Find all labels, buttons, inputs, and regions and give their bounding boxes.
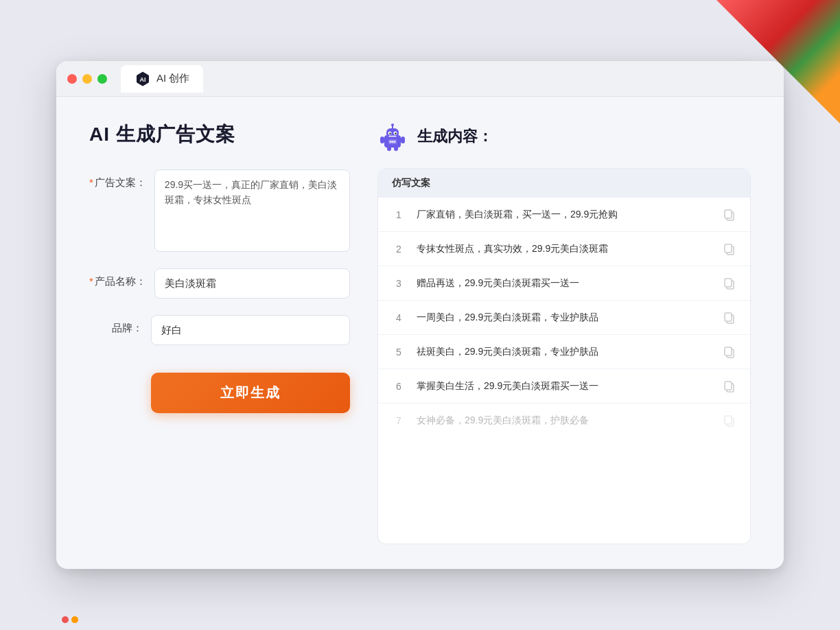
row-number: 6 bbox=[392, 381, 406, 392]
row-text: 祛斑美白，29.9元美白淡斑霜，专业护肤品 bbox=[417, 345, 712, 359]
table-row: 7 女神必备，29.9元美白淡斑霜，护肤必备 bbox=[378, 404, 750, 437]
copy-icon[interactable] bbox=[723, 311, 736, 325]
minimize-button[interactable] bbox=[82, 74, 92, 84]
brand-group: 品牌： bbox=[89, 315, 350, 345]
deco-dot-red bbox=[62, 616, 69, 623]
result-table: 仿写文案 1 厂家直销，美白淡斑霜，买一送一，29.9元抢购 2 专抹女性斑点，… bbox=[377, 168, 751, 544]
svg-rect-23 bbox=[725, 279, 732, 287]
svg-point-17 bbox=[394, 141, 396, 143]
result-header: 生成内容： bbox=[377, 121, 751, 152]
page-title: AI 生成广告文案 bbox=[89, 121, 350, 148]
svg-rect-21 bbox=[725, 244, 732, 253]
row-text: 一周美白，29.9元美白淡斑霜，专业护肤品 bbox=[417, 310, 712, 325]
copy-icon[interactable] bbox=[723, 242, 736, 256]
row-number: 7 bbox=[392, 415, 406, 426]
product-name-input[interactable] bbox=[154, 268, 350, 299]
robot-icon bbox=[377, 121, 408, 152]
maximize-button[interactable] bbox=[97, 74, 107, 84]
ad-copy-required: * bbox=[89, 176, 93, 188]
product-name-label: *产品名称： bbox=[89, 268, 154, 288]
ad-copy-label: *广告文案： bbox=[89, 170, 154, 189]
copy-icon[interactable] bbox=[723, 277, 736, 290]
title-bar: AI AI 创作 bbox=[56, 61, 784, 97]
svg-text:AI: AI bbox=[140, 76, 146, 83]
row-number: 3 bbox=[392, 278, 406, 289]
row-number: 1 bbox=[392, 209, 406, 220]
row-text: 掌握美白生活，29.9元美白淡斑霜买一送一 bbox=[417, 379, 712, 393]
table-row: 5 祛斑美白，29.9元美白淡斑霜，专业护肤品 bbox=[378, 335, 750, 369]
result-title: 生成内容： bbox=[417, 126, 493, 147]
svg-rect-25 bbox=[725, 313, 732, 321]
svg-rect-10 bbox=[380, 137, 384, 143]
svg-rect-19 bbox=[725, 210, 732, 218]
table-row: 2 专抹女性斑点，真实功效，29.9元美白淡斑霜 bbox=[378, 232, 750, 266]
table-row: 6 掌握美白生活，29.9元美白淡斑霜买一送一 bbox=[378, 369, 750, 404]
copy-icon[interactable] bbox=[723, 345, 736, 359]
svg-point-16 bbox=[392, 141, 394, 143]
deco-dot-orange bbox=[71, 616, 78, 623]
brand-label: 品牌： bbox=[89, 315, 151, 335]
ai-tab-icon: AI bbox=[135, 71, 151, 87]
brand-input[interactable] bbox=[151, 315, 350, 345]
row-text: 厂家直销，美白淡斑霜，买一送一，29.9元抢购 bbox=[417, 207, 712, 222]
row-text: 女神必备，29.9元美白淡斑霜，护肤必备 bbox=[417, 413, 712, 428]
svg-rect-13 bbox=[394, 146, 398, 151]
svg-point-15 bbox=[390, 141, 392, 143]
table-row: 4 一周美白，29.9元美白淡斑霜，专业护肤品 bbox=[378, 301, 750, 335]
row-text: 专抹女性斑点，真实功效，29.9元美白淡斑霜 bbox=[417, 242, 712, 256]
row-number: 5 bbox=[392, 347, 406, 358]
svg-rect-27 bbox=[725, 347, 732, 355]
bg-decoration-bottom-left bbox=[62, 616, 78, 623]
window-controls bbox=[67, 74, 107, 84]
product-name-required: * bbox=[89, 275, 93, 287]
table-row: 1 厂家直销，美白淡斑霜，买一送一，29.9元抢购 bbox=[378, 198, 750, 232]
close-button[interactable] bbox=[67, 74, 77, 84]
table-header: 仿写文案 bbox=[378, 169, 750, 198]
svg-rect-31 bbox=[725, 416, 732, 424]
row-number: 4 bbox=[392, 312, 406, 323]
product-name-group: *产品名称： bbox=[89, 268, 350, 299]
copy-icon[interactable] bbox=[723, 414, 736, 428]
ad-copy-group: *广告文案： 29.9买一送一，真正的厂家直销，美白淡斑霜，专抹女性斑点 bbox=[89, 170, 350, 252]
table-row: 3 赠品再送，29.9元美白淡斑霜买一送一 bbox=[378, 266, 750, 301]
svg-rect-11 bbox=[401, 137, 405, 143]
tab-label: AI 创作 bbox=[156, 72, 189, 85]
svg-point-8 bbox=[391, 124, 394, 126]
main-content: AI 生成广告文案 *广告文案： 29.9买一送一，真正的厂家直销，美白淡斑霜，… bbox=[56, 97, 784, 569]
table-rows-container: 1 厂家直销，美白淡斑霜，买一送一，29.9元抢购 2 专抹女性斑点，真实功效，… bbox=[378, 198, 750, 437]
tab-ai-creation[interactable]: AI AI 创作 bbox=[121, 65, 203, 93]
ad-copy-input[interactable]: 29.9买一送一，真正的厂家直销，美白淡斑霜，专抹女性斑点 bbox=[154, 170, 350, 252]
svg-rect-12 bbox=[387, 146, 391, 151]
submit-button[interactable]: 立即生成 bbox=[151, 373, 350, 413]
row-number: 2 bbox=[392, 244, 406, 255]
browser-window: AI AI 创作 AI 生成广告文案 *广告文案： 29.9买一送一，真正的厂家… bbox=[56, 61, 784, 569]
svg-point-5 bbox=[389, 132, 390, 134]
copy-icon[interactable] bbox=[723, 380, 736, 393]
row-text: 赠品再送，29.9元美白淡斑霜买一送一 bbox=[417, 276, 712, 290]
svg-rect-29 bbox=[725, 382, 732, 390]
left-panel: AI 生成广告文案 *广告文案： 29.9买一送一，真正的厂家直销，美白淡斑霜，… bbox=[89, 121, 350, 544]
copy-icon[interactable] bbox=[723, 208, 736, 222]
svg-point-6 bbox=[395, 132, 396, 134]
right-panel: 生成内容： 仿写文案 1 厂家直销，美白淡斑霜，买一送一，29.9元抢购 2 专… bbox=[377, 121, 751, 544]
